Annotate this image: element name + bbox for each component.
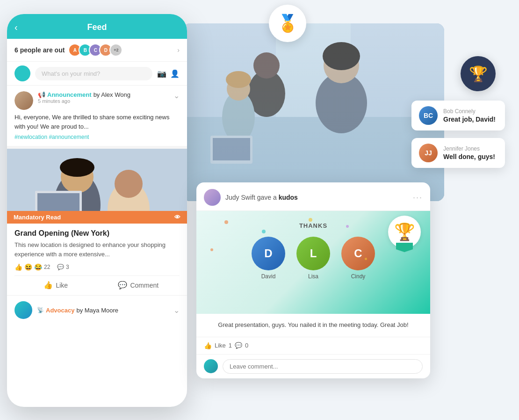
- jennifer-message: Well done, guys!: [443, 153, 495, 160]
- trophy-badge-icon: 🏆: [394, 222, 415, 242]
- post-author: by Alex Wong: [94, 91, 130, 98]
- bottom-collapse-button[interactable]: ⌄: [173, 306, 180, 315]
- announcement-post: 📢 Announcement by Alex Wong 5 minutes ag…: [7, 86, 187, 149]
- confetti-2: [262, 230, 266, 233]
- post-hashtags[interactable]: #newlocation #announcement: [14, 134, 180, 140]
- people-out-count: 6 people are out: [14, 46, 65, 54]
- phone-body: 6 people are out A B C D +2 › What's on …: [7, 39, 187, 406]
- comment-count-footer: 💬: [235, 342, 242, 349]
- post-author-avatar: [14, 91, 33, 110]
- people-out-chevron[interactable]: ›: [177, 46, 180, 54]
- kudos-recipient-lisa: L Lisa: [296, 237, 330, 280]
- kudos-comment-area: [196, 355, 430, 378]
- kudos-header: Judy Swift gave a kudos ···: [196, 182, 430, 211]
- trophy-ribbon: [396, 243, 413, 252]
- people-out-bar: 6 people are out A B C D +2 ›: [7, 39, 187, 62]
- bob-name: Bob Connely: [443, 108, 496, 115]
- kudos-card: Judy Swift gave a kudos ··· THANKS D Dav…: [196, 182, 430, 378]
- comment-emoji: 💬: [57, 264, 64, 270]
- phone-mockup: ‹ Feed 6 people are out A B C D +2 › Wha…: [7, 14, 187, 407]
- notification-jennifer: JJ Jennifer Jones Well done, guys!: [411, 138, 505, 168]
- david-avatar: D: [252, 237, 285, 270]
- like-button[interactable]: 👍 Like: [14, 281, 97, 290]
- jennifer-notif-text: Jennifer Jones Well done, guys!: [443, 145, 495, 160]
- back-button[interactable]: ‹: [14, 22, 18, 33]
- post-body: Hi, everyone, We are thrilled to share s…: [14, 113, 180, 131]
- like-label: Like: [56, 282, 68, 289]
- bob-notif-text: Bob Connely Great job, David!: [443, 108, 496, 123]
- mandatory-desc: This new location is designed to enhance…: [14, 240, 180, 259]
- bottom-post-meta: 📡 Advocacy by Maya Moore: [37, 307, 169, 314]
- mandatory-label: Mandatory Read: [14, 214, 61, 221]
- compose-avatar: [14, 65, 30, 81]
- svg-point-16: [60, 158, 94, 177]
- comment-button[interactable]: 💬 Comment: [97, 281, 180, 290]
- svg-point-18: [115, 170, 143, 198]
- background-photo: [182, 23, 444, 201]
- kudos-giver-avatar: [204, 189, 221, 206]
- kudos-giver-name: Judy Swift: [225, 194, 255, 201]
- bottom-post-avatar: [14, 301, 32, 319]
- jennifer-avatar: JJ: [419, 144, 438, 162]
- laugh-reaction: 😆: [24, 263, 32, 271]
- post-header: 📢 Announcement by Alex Wong 5 minutes ag…: [14, 91, 180, 110]
- compose-bar[interactable]: What's on your mind? 📷 👤: [7, 62, 187, 86]
- heart-reaction: 😂: [34, 263, 42, 271]
- announcement-icon: 📢: [38, 91, 45, 98]
- post-meta: 📢 Announcement by Alex Wong 5 minutes ag…: [38, 91, 173, 104]
- kudos-action-text: gave a: [257, 194, 279, 201]
- kudos-trophy: 🏆: [388, 216, 421, 248]
- post-time: 5 minutes ago: [38, 98, 173, 104]
- thumbs-up-reaction: 👍: [14, 263, 22, 271]
- kudos-header-text: Judy Swift gave a kudos: [225, 194, 298, 201]
- like-label-footer[interactable]: Like: [215, 342, 226, 349]
- mandatory-content: Grand Opening (New York) This new locati…: [7, 224, 187, 295]
- feed-title: Feed: [87, 22, 107, 32]
- post-actions: 👍 Like 💬 Comment: [14, 275, 180, 290]
- collapse-button[interactable]: ⌄: [173, 91, 180, 100]
- cindy-avatar: C: [341, 237, 375, 270]
- kudos-word: kudos: [279, 194, 298, 201]
- cindy-name: Cindy: [351, 273, 366, 280]
- comment-icon: 💬: [118, 281, 127, 290]
- compose-input[interactable]: What's on your mind?: [35, 67, 152, 80]
- notification-bob: BC Bob Connely Great job, David!: [411, 101, 505, 130]
- lisa-name: Lisa: [308, 273, 318, 280]
- kudos-more-button[interactable]: ···: [413, 193, 423, 203]
- kudos-recipient-cindy: C Cindy: [341, 237, 375, 280]
- like-count: 1: [229, 342, 232, 349]
- like-icon: 👍: [43, 281, 53, 290]
- advocacy-author: by Maya Moore: [76, 307, 118, 314]
- mandatory-eye-icon[interactable]: 👁: [174, 214, 180, 221]
- tag-icon[interactable]: 👤: [170, 69, 180, 78]
- kudos-message: Great presentation, guys. You nailed it …: [196, 314, 430, 337]
- reaction-count: 22: [44, 264, 50, 270]
- comment-count-num: 0: [245, 342, 248, 349]
- comment-user-avatar: [204, 359, 218, 373]
- kudos-thanks-label: THANKS: [299, 222, 327, 229]
- bottom-post: 📡 Advocacy by Maya Moore ⌄: [7, 296, 187, 325]
- bottom-post-type: 📡 Advocacy by Maya Moore: [37, 307, 169, 314]
- phone-header: ‹ Feed: [7, 14, 187, 39]
- kudos-recipient-david: D David: [252, 237, 285, 280]
- medal-icon: 🏅: [277, 14, 298, 33]
- mandatory-title: Grand Opening (New York): [14, 229, 180, 238]
- mandatory-badge: Mandatory Read 👁: [7, 211, 187, 224]
- confetti-6: [365, 258, 367, 260]
- award-badge-top: 🏅: [269, 5, 306, 42]
- bob-message: Great job, David!: [443, 116, 496, 123]
- post-type-label: Announcement: [47, 91, 92, 98]
- confetti-4: [346, 225, 349, 228]
- david-name: David: [261, 273, 276, 280]
- confetti-3: [309, 218, 312, 222]
- trophy-icon: 🏆: [469, 65, 488, 83]
- person-avatar-plus: +2: [109, 43, 123, 57]
- comment-count: 3: [66, 264, 69, 270]
- jennifer-name: Jennifer Jones: [443, 145, 495, 152]
- kudos-banner: THANKS D David L Lisa C Cindy 🏆: [196, 211, 430, 314]
- comment-input[interactable]: [223, 359, 423, 374]
- lisa-avatar: L: [296, 237, 330, 270]
- like-thumb-icon: 👍: [204, 342, 212, 349]
- kudos-recipients: D David L Lisa C Cindy: [252, 237, 375, 280]
- camera-icon[interactable]: 📷: [157, 69, 166, 78]
